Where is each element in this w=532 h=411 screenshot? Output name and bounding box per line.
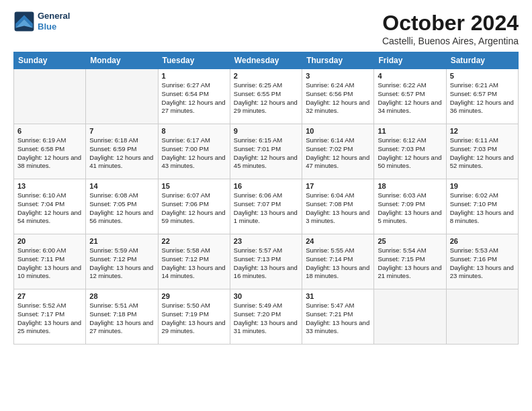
day-number: 17 (306, 182, 370, 190)
cell-text: Daylight: 12 hours and 56 minutes. (89, 209, 154, 226)
day-number: 26 (450, 237, 515, 245)
calendar-cell: 1Sunrise: 6:27 AMSunset: 6:54 PMDaylight… (158, 69, 230, 124)
cell-text: Sunset: 7:09 PM (378, 200, 442, 209)
day-number: 24 (306, 237, 370, 245)
cell-text: Sunrise: 5:51 AM (89, 302, 154, 310)
calendar-cell: 20Sunrise: 6:00 AMSunset: 7:11 PMDayligh… (14, 234, 86, 289)
cell-text: Daylight: 13 hours and 3 minutes. (306, 209, 370, 226)
cell-text: Daylight: 13 hours and 27 minutes. (89, 319, 154, 336)
day-number: 22 (162, 237, 226, 245)
cell-text: Daylight: 13 hours and 33 minutes. (306, 319, 370, 336)
cell-text: Sunrise: 6:25 AM (234, 81, 298, 90)
cell-text: Sunset: 7:18 PM (89, 310, 154, 319)
calendar-cell: 14Sunrise: 6:08 AMSunset: 7:05 PMDayligh… (86, 179, 158, 234)
cell-text: Daylight: 13 hours and 23 minutes. (450, 264, 515, 281)
day-number: 28 (89, 292, 154, 300)
cell-text: Sunset: 6:57 PM (378, 90, 442, 99)
calendar-cell: 29Sunrise: 5:50 AMSunset: 7:19 PMDayligh… (158, 289, 230, 345)
day-number: 13 (17, 182, 82, 190)
calendar-cell: 26Sunrise: 5:53 AMSunset: 7:16 PMDayligh… (446, 234, 518, 289)
day-number: 11 (378, 127, 442, 135)
cell-text: Sunset: 7:12 PM (162, 255, 226, 264)
calendar-cell: 7Sunrise: 6:18 AMSunset: 6:59 PMDaylight… (86, 124, 158, 179)
cell-text: Daylight: 13 hours and 16 minutes. (234, 264, 298, 281)
cell-text: Sunrise: 6:17 AM (162, 136, 226, 145)
calendar-cell: 25Sunrise: 5:54 AMSunset: 7:15 PMDayligh… (374, 234, 446, 289)
calendar-header-row: SundayMondayTuesdayWednesdayThursdayFrid… (14, 52, 519, 69)
calendar-cell: 27Sunrise: 5:52 AMSunset: 7:17 PMDayligh… (14, 289, 86, 345)
cell-text: Sunset: 7:06 PM (162, 200, 226, 209)
cell-text: Daylight: 12 hours and 54 minutes. (17, 209, 82, 226)
cell-text: Sunset: 7:11 PM (17, 255, 82, 264)
day-number: 9 (234, 127, 298, 135)
calendar-cell: 9Sunrise: 6:15 AMSunset: 7:01 PMDaylight… (230, 124, 302, 179)
cell-text: Sunrise: 6:22 AM (378, 81, 442, 90)
cell-text: Daylight: 13 hours and 1 minute. (234, 209, 298, 226)
cell-text: Sunset: 7:01 PM (234, 145, 298, 154)
calendar-cell: 13Sunrise: 6:10 AMSunset: 7:04 PMDayligh… (14, 179, 86, 234)
weekday-header-saturday: Saturday (446, 52, 518, 69)
calendar-cell: 2Sunrise: 6:25 AMSunset: 6:55 PMDaylight… (230, 69, 302, 124)
cell-text: Sunrise: 6:14 AM (306, 136, 370, 145)
calendar-week-1: 1Sunrise: 6:27 AMSunset: 6:54 PMDaylight… (14, 69, 519, 124)
calendar-body: 1Sunrise: 6:27 AMSunset: 6:54 PMDaylight… (14, 69, 519, 345)
calendar-cell: 10Sunrise: 6:14 AMSunset: 7:02 PMDayligh… (302, 124, 374, 179)
cell-text: Daylight: 13 hours and 25 minutes. (17, 319, 82, 336)
day-number: 4 (378, 72, 442, 80)
calendar-cell: 23Sunrise: 5:57 AMSunset: 7:13 PMDayligh… (230, 234, 302, 289)
cell-text: Daylight: 12 hours and 41 minutes. (89, 154, 154, 171)
day-number: 7 (89, 127, 154, 135)
cell-text: Sunset: 6:59 PM (89, 145, 154, 154)
day-number: 1 (162, 72, 226, 80)
cell-text: Sunset: 6:54 PM (162, 90, 226, 99)
day-number: 18 (378, 182, 442, 190)
day-number: 6 (17, 127, 82, 135)
cell-text: Daylight: 12 hours and 27 minutes. (162, 99, 226, 116)
calendar-cell: 15Sunrise: 6:07 AMSunset: 7:06 PMDayligh… (158, 179, 230, 234)
day-number: 30 (234, 292, 298, 300)
cell-text: Sunset: 7:16 PM (450, 255, 515, 264)
title-block: October 2024 Castelli, Buenos Aires, Arg… (382, 11, 519, 46)
cell-text: Daylight: 12 hours and 32 minutes. (306, 99, 370, 116)
cell-text: Sunrise: 5:58 AM (162, 246, 226, 255)
cell-text: Daylight: 12 hours and 29 minutes. (234, 99, 298, 116)
cell-text: Sunset: 7:03 PM (450, 145, 515, 154)
cell-text: Sunrise: 6:06 AM (234, 191, 298, 200)
day-number: 5 (450, 72, 515, 80)
day-number: 29 (162, 292, 226, 300)
cell-text: Sunset: 6:58 PM (17, 145, 82, 154)
cell-text: Sunrise: 6:04 AM (306, 191, 370, 200)
cell-text: Sunset: 7:03 PM (378, 145, 442, 154)
cell-text: Daylight: 12 hours and 43 minutes. (162, 154, 226, 171)
cell-text: Sunrise: 6:11 AM (450, 136, 515, 145)
day-number: 15 (162, 182, 226, 190)
weekday-header-thursday: Thursday (302, 52, 374, 69)
cell-text: Sunset: 6:55 PM (234, 90, 298, 99)
cell-text: Sunrise: 6:19 AM (17, 136, 82, 145)
weekday-header-monday: Monday (86, 52, 158, 69)
cell-text: Sunset: 6:56 PM (306, 90, 370, 99)
cell-text: Daylight: 13 hours and 10 minutes. (17, 264, 82, 281)
calendar-week-3: 13Sunrise: 6:10 AMSunset: 7:04 PMDayligh… (14, 179, 519, 234)
logo-icon (13, 11, 35, 32)
calendar-cell: 16Sunrise: 6:06 AMSunset: 7:07 PMDayligh… (230, 179, 302, 234)
cell-text: Sunset: 7:13 PM (234, 255, 298, 264)
cell-text: Sunrise: 5:57 AM (234, 246, 298, 255)
month-title: October 2024 (382, 11, 519, 36)
calendar-cell: 11Sunrise: 6:12 AMSunset: 7:03 PMDayligh… (374, 124, 446, 179)
logo-text: General Blue (38, 11, 70, 32)
day-number: 21 (89, 237, 154, 245)
cell-text: Sunrise: 6:08 AM (89, 191, 154, 200)
cell-text: Sunrise: 6:27 AM (162, 81, 226, 90)
cell-text: Daylight: 12 hours and 36 minutes. (450, 99, 515, 116)
calendar-cell: 30Sunrise: 5:49 AMSunset: 7:20 PMDayligh… (230, 289, 302, 345)
calendar-cell: 22Sunrise: 5:58 AMSunset: 7:12 PMDayligh… (158, 234, 230, 289)
calendar-cell: 12Sunrise: 6:11 AMSunset: 7:03 PMDayligh… (446, 124, 518, 179)
calendar-cell: 4Sunrise: 6:22 AMSunset: 6:57 PMDaylight… (374, 69, 446, 124)
cell-text: Sunset: 7:20 PM (234, 310, 298, 319)
cell-text: Daylight: 13 hours and 31 minutes. (234, 319, 298, 336)
calendar-cell (446, 289, 518, 345)
cell-text: Sunrise: 5:55 AM (306, 246, 370, 255)
day-number: 20 (17, 237, 82, 245)
cell-text: Sunrise: 6:02 AM (450, 191, 515, 200)
